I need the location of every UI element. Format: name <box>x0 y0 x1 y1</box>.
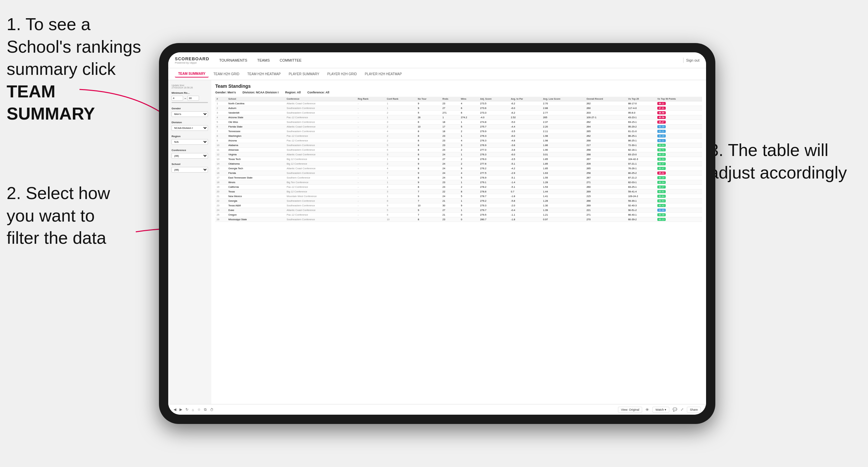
cell-rnds: 23 <box>441 134 459 138</box>
table-area: Team Standings Gender: Men's Division: N… <box>211 80 706 404</box>
cell-conference: Southeastern Conference <box>285 217 356 222</box>
cell-vs-top25: 90-51-2 <box>627 208 656 213</box>
cell-school: Auburn <box>227 106 285 111</box>
cell-vs-top25: 66-40-1 <box>627 213 656 217</box>
division-select[interactable]: NCAA Division I <box>172 125 208 131</box>
back-icon[interactable]: ◀ <box>174 407 176 412</box>
cell-avg-low: 1.85 <box>542 162 585 166</box>
cell-vs-top25: 104-42-3 <box>627 157 656 162</box>
cell-avg-par: -6.0 <box>510 134 542 138</box>
gender-select[interactable]: Men's <box>172 111 208 117</box>
cell-rank: 21 <box>215 194 227 199</box>
cell-conf-rank: 5 <box>385 143 416 148</box>
col-rank: # <box>215 97 227 101</box>
cell-wins: 4 <box>460 171 479 176</box>
cell-rnds: 23 <box>441 101 459 106</box>
col-no-tour: No Tour <box>416 97 441 101</box>
tab-player-h2h-grid[interactable]: PLAYER H2H GRID <box>324 71 360 77</box>
col-adj-score: Adj. Score <box>479 97 510 101</box>
cell-conf-rank: 2 <box>385 111 416 115</box>
cell-reg-rank: - <box>356 129 385 134</box>
cell-no-tour: 7 <box>416 213 441 217</box>
cell-conf-rank: 1 <box>385 106 416 111</box>
cell-conference: Southeastern Conference <box>285 106 356 111</box>
col-avg-low: Avg. Low Score <box>542 97 585 101</box>
cell-school: Washington <box>227 134 285 138</box>
forward-icon[interactable]: ▶ <box>180 407 182 412</box>
tab-team-h2h-grid[interactable]: TEAM H2H GRID <box>210 71 242 77</box>
cell-avg-par: -2.0 <box>510 204 542 208</box>
tab-player-h2h-heatmap[interactable]: PLAYER H2H HEATMAP <box>361 71 405 77</box>
cell-vs-top25: 95-6-0 <box>627 111 656 115</box>
tab-team-h2h-heatmap[interactable]: TEAM H2H HEATMAP <box>244 71 284 77</box>
col-reg-rank: Reg Rank <box>356 97 385 101</box>
cell-rank: 13 <box>215 157 227 162</box>
nav-committee[interactable]: COMMITTEE <box>280 57 302 64</box>
cell-avg-low: 0.97 <box>542 217 585 222</box>
cell-conf-rank: 6 <box>385 148 416 152</box>
cell-vs-top50: 85.27 <box>656 120 702 125</box>
cell-conference: Southeastern Conference <box>285 199 356 204</box>
cell-adj-score: 278.2 <box>479 185 510 189</box>
cell-adj-score: 278.6 <box>479 189 510 194</box>
cell-wins: 9 <box>460 204 479 208</box>
table-row: 6 Florida State Atlantic Coast Conferenc… <box>215 125 702 129</box>
bookmark-icon[interactable]: ☆ <box>197 407 201 412</box>
sign-out-button[interactable]: Sign out <box>686 58 700 62</box>
cell-vs-top25: 59-41-4 <box>627 189 656 194</box>
cell-vs-top50: 82.88 <box>656 208 702 213</box>
cell-rnds: 23 <box>441 138 459 143</box>
min-rounds-input[interactable] <box>172 96 183 101</box>
expand-icon[interactable]: ⤢ <box>681 407 684 412</box>
cell-wins: 5 <box>460 176 479 180</box>
cell-vs-top50: 80.94 <box>656 143 702 148</box>
tab-team-summary[interactable]: TEAM SUMMARY <box>175 70 209 77</box>
nav-tournaments[interactable]: TOURNAMENTS <box>219 57 247 64</box>
cell-rank: 3 <box>215 111 227 115</box>
cell-no-tour: 8 <box>416 134 441 138</box>
cell-no-tour: 9 <box>416 162 441 166</box>
table-row: 21 New Mexico Mountain West Conference -… <box>215 194 702 199</box>
max-rounds-input[interactable] <box>187 96 199 101</box>
cell-rnds: 18 <box>441 129 459 134</box>
cell-adj-score: 273.6 <box>479 106 510 111</box>
filter-gender: Gender Men's <box>172 107 208 117</box>
share-button[interactable]: Share <box>687 407 701 413</box>
cell-rnds: 18 <box>441 120 459 125</box>
cell-wins: 3 <box>460 143 479 148</box>
filter-division: Division NCAA Division I <box>172 121 208 131</box>
cell-vs-top25: 60-39-2 <box>627 217 656 222</box>
cell-reg-rank: - <box>356 180 385 185</box>
cell-school: Georgia Tech <box>227 166 285 171</box>
cell-no-tour: 8 <box>416 166 441 171</box>
divider <box>683 58 684 63</box>
cell-overall: 258 <box>585 171 627 176</box>
table-row: 16 Florida Southeastern Conference - 7 9… <box>215 171 702 176</box>
region-select[interactable]: N/A <box>172 139 208 145</box>
cell-avg-low: 1.86 <box>542 143 585 148</box>
cell-avg-low: 1.21 <box>542 213 585 217</box>
cell-rnds: 1 <box>441 115 459 120</box>
cell-reg-rank: - <box>356 106 385 111</box>
nav-teams[interactable]: TEAMS <box>257 57 270 64</box>
cell-avg-low: 2.88 <box>542 106 585 111</box>
cell-conference: Pac-12 Conference <box>285 134 356 138</box>
cell-wins: 2 <box>460 185 479 189</box>
table-row: 11 Arkansas Southeastern Conference - 6 … <box>215 148 702 152</box>
home-icon[interactable]: ⌂ <box>192 408 194 412</box>
rounds-slider[interactable] <box>172 102 208 103</box>
cell-rank: 10 <box>215 143 227 148</box>
timer-icon[interactable]: ⏱ <box>210 408 214 412</box>
table-row: 1 North Carolina Atlantic Coast Conferen… <box>215 101 702 106</box>
reload-icon[interactable]: ↻ <box>185 407 188 412</box>
tab-player-summary[interactable]: PLAYER SUMMARY <box>285 71 322 77</box>
cell-rank: 7 <box>215 129 227 134</box>
table-row: 18 Illinois Big Ten Conference - 1 9 23 … <box>215 180 702 185</box>
cell-rnds: 27 <box>441 106 459 111</box>
cell-no-tour: 7 <box>416 199 441 204</box>
view-original-button[interactable]: View: Original <box>618 407 642 413</box>
copy-icon[interactable]: ⧉ <box>204 407 207 412</box>
watch-button[interactable]: Watch ▾ <box>652 407 669 413</box>
school-select[interactable]: (All) <box>172 167 208 173</box>
conference-select[interactable]: (All) <box>172 153 208 159</box>
